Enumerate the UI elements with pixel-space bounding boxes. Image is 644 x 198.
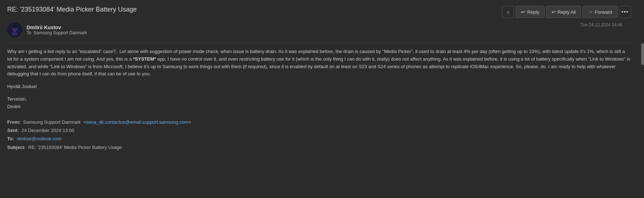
reply-label: Reply (527, 9, 539, 15)
to-label-quoted: To: (7, 136, 14, 141)
quoted-sent: Sent: 24 December 2024 13:00 (7, 126, 631, 135)
svg-point-2 (12, 26, 17, 28)
from-email-link[interactable]: sena_dk.contactus@email.support.samsung.… (86, 119, 188, 125)
avatar-icon (9, 25, 20, 35)
email-subject: RE: '235193084' Media Picker Battery Usa… (7, 6, 137, 13)
forward-button[interactable]: → Forward (582, 6, 617, 18)
sun-button[interactable]: ☼ (502, 6, 514, 18)
body-paragraph-1: Why am I getting a bot reply to an "esca… (7, 48, 631, 78)
subject-label: Subject: (7, 145, 26, 150)
sender-info: Dmitrii Kustov To Samsung Support Danmar… (27, 25, 631, 35)
sun-icon: ☼ (506, 9, 511, 15)
header-divider (7, 43, 631, 43)
sender-row: Dmitrii Kustov To Samsung Support Danmar… (7, 22, 631, 38)
reply-button[interactable]: ↩ Reply (516, 6, 544, 18)
email-header-top: RE: '235193084' Media Picker Battery Usa… (7, 6, 631, 18)
to-email-link[interactable]: simbiat@outlook.com (17, 136, 61, 141)
to-recipient: Samsung Support Danmark (33, 30, 87, 35)
email-body: Why am I getting a bot reply to an "esca… (7, 48, 631, 111)
reply-all-icon: ↩ (552, 9, 556, 15)
sent-value: 24 December 2024 13:00 (22, 128, 74, 133)
avatar (7, 22, 22, 38)
sender-name: Dmitrii Kustov (27, 25, 631, 30)
sender-to-line: To Samsung Support Danmark (27, 30, 631, 35)
reply-all-label: Reply All (558, 9, 576, 15)
reply-all-button[interactable]: ↩ Reply All (546, 6, 581, 18)
reply-icon: ↩ (521, 9, 525, 15)
sent-label: Sent: (7, 128, 19, 133)
more-button[interactable]: ••• (619, 6, 631, 18)
bold-system: *SYSTEM* (133, 56, 156, 62)
quoted-from: From: Samsung Support Danmark <sena_dk.c… (7, 118, 631, 126)
email-datetime: Tue 24.12.2024 14:48 (580, 22, 622, 27)
scroll-track[interactable] (641, 0, 644, 198)
from-label: From: (7, 119, 21, 125)
scroll-thumb[interactable] (641, 43, 644, 65)
email-container: RE: '235193084' Media Picker Battery Usa… (0, 0, 644, 198)
from-name: Samsung Support Danmark (23, 119, 81, 125)
body-paragraph-3: Terveisin, Dmitrii (7, 96, 631, 111)
email-footer: From: Samsung Support Danmark <sena_dk.c… (7, 118, 631, 152)
subject-value: RE: '235193084' Media Picker Battery Usa… (28, 145, 122, 150)
body-paragraph-2: Hyvää Joulua! (7, 83, 631, 91)
quoted-subject: Subject: RE: '235193084' Media Picker Ba… (7, 143, 631, 151)
to-label: To (27, 30, 31, 35)
more-icon: ••• (621, 9, 629, 15)
quoted-to: To: simbiat@outlook.com (7, 135, 631, 143)
content-area: RE: '235193084' Media Picker Battery Usa… (7, 6, 637, 151)
forward-icon: → (588, 9, 593, 15)
forward-label: Forward (595, 9, 612, 15)
toolbar: ☼ ↩ Reply ↩ Reply All → Forward ••• (502, 6, 631, 18)
